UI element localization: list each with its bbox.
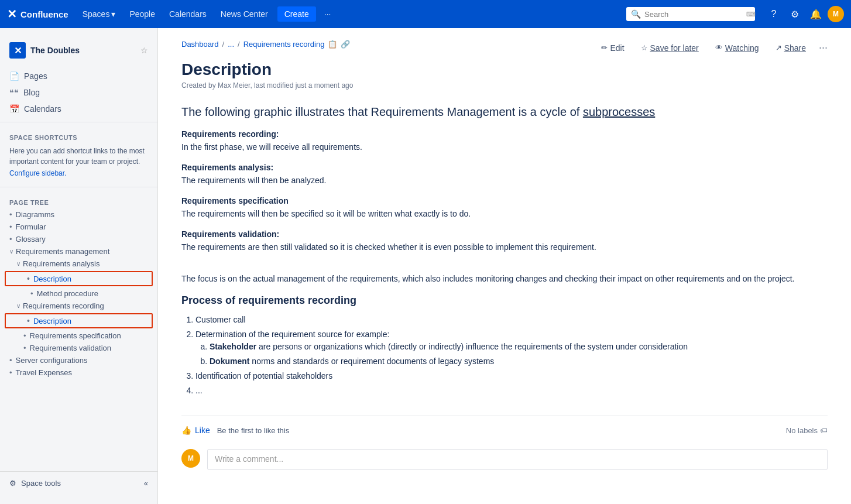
bullet-icon: • <box>23 344 26 352</box>
shortcut-text: Here you can add shortcut links to the m… <box>0 143 157 168</box>
divider-2 <box>0 187 157 187</box>
thumbs-up-icon: 👍 <box>181 426 191 435</box>
bullet-icon: • <box>9 368 12 377</box>
search-bar[interactable]: 🔍 ⌨ <box>626 7 755 21</box>
tree-item-travel-expenses[interactable]: • Travel Expenses <box>0 366 157 379</box>
settings-icon[interactable]: ⚙ <box>785 5 804 23</box>
commenter-avatar: M <box>181 449 200 468</box>
divider <box>0 122 157 122</box>
section-title-2: Requirements analysis: <box>181 163 828 172</box>
configure-sidebar-link[interactable]: Configure sidebar. <box>0 168 157 182</box>
subprocesses-link[interactable]: subprocesses <box>583 105 655 118</box>
tree-item-diagramms[interactable]: • Diagramms <box>0 208 157 221</box>
space-tools-item[interactable]: ⚙ Space tools « <box>0 471 157 495</box>
tree-item-server-configurations[interactable]: • Server configurations <box>0 354 157 366</box>
more-menu-button[interactable]: ··· <box>321 7 335 21</box>
tree-item-requirements-specification[interactable]: • Requirements specification <box>0 330 157 342</box>
breadcrumb-ellipsis[interactable]: ... <box>228 40 234 49</box>
like-button[interactable]: 👍 Like <box>181 426 210 435</box>
tree-item-glossary[interactable]: • Glossary <box>0 233 157 245</box>
like-sub-text: Be the first to like this <box>217 426 290 435</box>
sidebar-item-calendars[interactable]: 📅 Calendars <box>0 101 157 117</box>
section-requirements-validation: Requirements validation: The requirement… <box>181 229 828 253</box>
calendars-menu[interactable]: Calendars <box>164 7 211 21</box>
sidebar: ✕ The Doubles ☆ 📄 Pages ❝❝ Blog 📅 Calend… <box>0 28 158 504</box>
comment-placeholder: Write a comment... <box>215 454 283 464</box>
list-item: Dokument norms and standards or requirem… <box>210 355 828 368</box>
section-title-3: Requirements specification <box>181 196 828 205</box>
breadcrumb-current[interactable]: Requirements recording <box>243 40 325 49</box>
breadcrumb: Dashboard / ... / Requirements recording… <box>181 40 350 49</box>
search-input[interactable] <box>644 10 743 19</box>
page-meta: Created by Max Meier, last modified just… <box>181 81 828 90</box>
space-shortcuts-title: SPACE SHORTCUTS <box>0 127 157 143</box>
collapse-icon: ∨ <box>9 248 13 255</box>
bullet-icon: • <box>27 274 30 283</box>
user-avatar[interactable]: M <box>828 6 844 22</box>
tree-item-description-analysis[interactable]: • Description <box>5 271 153 286</box>
section-body-2: The requirements will then be analyzed. <box>181 174 828 187</box>
collapse-sidebar-icon[interactable]: « <box>144 479 148 488</box>
section-requirements-analysis: Requirements analysis: The requirements … <box>181 163 828 187</box>
collapse-icon: ∨ <box>16 260 20 267</box>
blog-label: Blog <box>23 88 40 97</box>
app-logo[interactable]: ✕ Confluence <box>7 7 68 21</box>
page-more-button[interactable]: ··· <box>819 42 828 54</box>
save-for-later-button[interactable]: ☆ Save for later <box>637 41 702 55</box>
link-icon[interactable]: 🔗 <box>341 40 350 49</box>
tree-item-requirements-validation[interactable]: • Requirements validation <box>0 342 157 354</box>
main-content: Dashboard / ... / Requirements recording… <box>158 28 851 504</box>
bullet-icon: • <box>9 235 12 244</box>
nav-icons: ? ⚙ 🔔 M <box>764 5 844 23</box>
no-labels-text: No labels <box>786 426 818 435</box>
app-name: Confluence <box>20 9 68 19</box>
edit-button[interactable]: ✏ Edit <box>598 41 627 55</box>
notifications-icon[interactable]: 🔔 <box>807 5 825 23</box>
sidebar-item-blog[interactable]: ❝❝ Blog <box>0 84 157 101</box>
list-item: ... <box>195 385 828 397</box>
bullet-icon: • <box>23 331 26 340</box>
help-icon[interactable]: ? <box>764 5 783 23</box>
calendars-icon: 📅 <box>9 104 19 114</box>
eye-icon: 👁 <box>715 43 723 52</box>
section-title-4: Requirements validation: <box>181 229 828 239</box>
blog-icon: ❝❝ <box>9 88 19 97</box>
section-requirements-recording: Requirements recording: In the first pha… <box>181 129 828 153</box>
tree-item-description-recording[interactable]: • Description <box>5 313 153 328</box>
section-body-4: The requirements are then still validate… <box>181 241 828 253</box>
create-button[interactable]: Create <box>277 6 316 22</box>
page-tree-title: PAGE TREE <box>0 192 157 208</box>
page-footer: 👍 Like Be the first to like this No labe… <box>181 416 828 435</box>
list-item: Determination of the requirement source … <box>195 328 828 368</box>
top-navigation: ✕ Confluence Spaces ▾ People Calendars N… <box>0 0 851 28</box>
sidebar-item-pages[interactable]: 📄 Pages <box>0 68 157 84</box>
breadcrumb-dashboard[interactable]: Dashboard <box>181 40 219 49</box>
label-icon[interactable]: 🏷 <box>820 426 828 435</box>
space-icon: ✕ <box>9 42 26 59</box>
copy-icon[interactable]: 📋 <box>328 40 337 49</box>
list-item: Customer call <box>195 314 828 326</box>
gear-icon: ⚙ <box>9 479 16 488</box>
section-requirements-specification: Requirements specification The requireme… <box>181 196 828 220</box>
sidebar-space-header[interactable]: ✕ The Doubles ☆ <box>0 37 157 63</box>
bullet-icon: • <box>9 222 12 231</box>
focus-paragraph: The focus is on the actual management of… <box>181 272 828 285</box>
tree-item-requirements-analysis[interactable]: ∨ Requirements analysis <box>0 258 157 270</box>
people-menu[interactable]: People <box>125 7 160 21</box>
process-list: Customer call Determination of the requi… <box>195 314 828 397</box>
tree-item-method-procedure[interactable]: • Method procedure <box>0 287 157 300</box>
news-center-menu[interactable]: News Center <box>216 7 273 21</box>
edit-icon: ✏ <box>601 43 608 52</box>
bullet-icon: • <box>9 210 12 219</box>
share-button[interactable]: ↗ Share <box>772 41 809 55</box>
tree-item-formular[interactable]: • Formular <box>0 221 157 233</box>
star-icon: ☆ <box>641 43 648 52</box>
favorite-star-icon[interactable]: ☆ <box>140 46 148 55</box>
list-item: Identification of potential stakeholders <box>195 370 828 382</box>
tree-item-requirements-recording[interactable]: ∨ Requirements recording <box>0 300 157 312</box>
process-heading: Process of requirements recording <box>181 294 828 307</box>
tree-item-requirements-management[interactable]: ∨ Requirements management <box>0 245 157 258</box>
comment-input[interactable]: Write a comment... <box>207 449 828 470</box>
spaces-menu[interactable]: Spaces ▾ <box>78 7 121 21</box>
watching-button[interactable]: 👁 Watching <box>712 41 763 55</box>
